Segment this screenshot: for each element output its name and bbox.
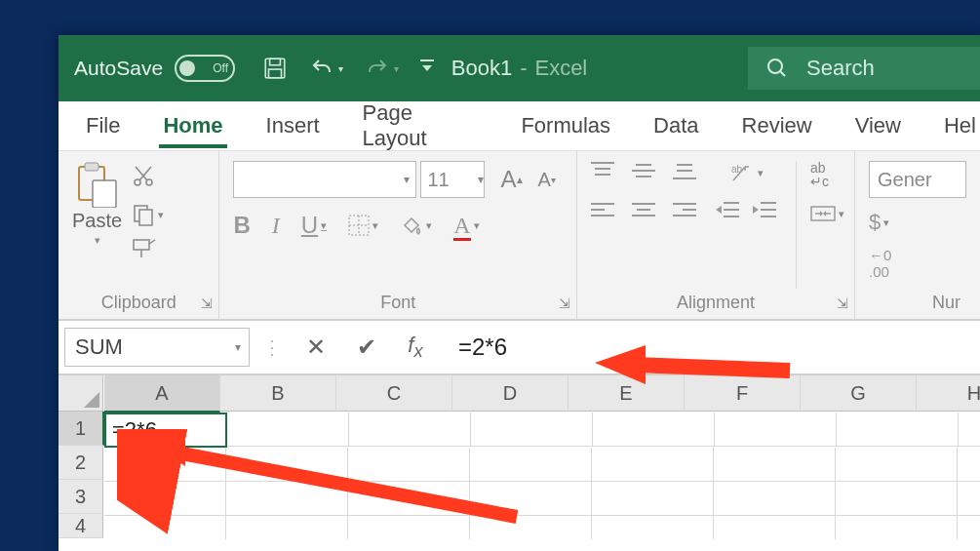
tab-formulas[interactable]: Formulas — [517, 105, 614, 146]
svg-marker-4 — [422, 65, 432, 71]
svg-marker-43 — [716, 206, 722, 214]
cell[interactable] — [714, 482, 836, 516]
ribbon: Paste ▾ ▾ Clipboard ⇲ ▾ 11▾ A▴ A▾ — [59, 151, 980, 321]
cell[interactable] — [714, 516, 836, 539]
row-header[interactable]: 1 — [59, 412, 104, 446]
border-icon[interactable]: ▾ — [348, 215, 378, 236]
fill-color-icon[interactable]: ▾ — [400, 214, 432, 237]
cut-icon[interactable] — [132, 165, 164, 193]
cancel-formula-button[interactable]: ✕ — [294, 334, 337, 361]
svg-marker-57 — [595, 345, 646, 384]
column-header[interactable]: A — [104, 375, 220, 413]
font-launcher-icon[interactable]: ⇲ — [559, 295, 570, 311]
svg-rect-3 — [420, 59, 434, 61]
clipboard-launcher-icon[interactable]: ⇲ — [201, 295, 213, 311]
column-header[interactable]: H — [917, 375, 980, 412]
align-right-icon[interactable] — [673, 201, 696, 225]
search-icon — [765, 57, 789, 80]
select-all-corner[interactable] — [59, 375, 103, 412]
cell[interactable] — [958, 516, 980, 539]
toggle-switch[interactable]: Off — [175, 55, 235, 82]
name-box[interactable]: SUM ▾ — [64, 328, 250, 367]
column-header[interactable]: C — [336, 375, 452, 412]
redo-icon[interactable]: ▾ — [365, 57, 399, 80]
merge-center-icon[interactable]: ▾ — [810, 204, 844, 223]
quick-access-toolbar: ▾ ▾ — [262, 56, 434, 81]
bold-button[interactable]: B — [233, 212, 250, 239]
svg-marker-52 — [823, 211, 826, 216]
column-header[interactable]: B — [220, 375, 336, 412]
row-header[interactable]: 2 — [59, 446, 103, 480]
formula-bar-separator: ⋮ — [257, 335, 287, 359]
search-box[interactable]: Search — [748, 47, 980, 90]
underline-button[interactable]: U▾ — [301, 212, 327, 239]
align-middle-icon[interactable] — [632, 161, 655, 185]
enter-formula-button[interactable]: ✔ — [345, 334, 388, 361]
tab-help[interactable]: Hel — [940, 105, 980, 146]
number-format-select[interactable]: Gener — [869, 161, 966, 198]
tab-page-layout[interactable]: Page Layout — [359, 93, 483, 159]
cell[interactable] — [836, 516, 958, 539]
cell[interactable] — [592, 516, 714, 539]
font-color-icon[interactable]: A▾ — [453, 212, 479, 239]
svg-rect-8 — [85, 163, 98, 171]
tab-file[interactable]: File — [82, 105, 124, 146]
row-header[interactable]: 3 — [59, 480, 103, 514]
paste-button[interactable]: Paste ▾ — [72, 161, 122, 247]
font-name-select[interactable]: ▾ — [233, 161, 416, 198]
group-alignment: ab▾ ab↵c ▾ Alignment ⇲ — [577, 151, 855, 319]
svg-marker-55 — [135, 433, 185, 466]
svg-point-5 — [768, 59, 782, 73]
increase-indent-icon[interactable] — [753, 200, 776, 224]
cell[interactable] — [958, 482, 980, 516]
save-icon[interactable] — [262, 56, 288, 81]
svg-line-54 — [156, 449, 517, 517]
cell[interactable] — [592, 482, 714, 516]
tab-data[interactable]: Data — [649, 105, 702, 146]
autosave-toggle[interactable]: AutoSave Off — [74, 55, 235, 82]
svg-rect-1 — [270, 59, 281, 65]
format-painter-icon[interactable] — [132, 236, 164, 264]
cell[interactable] — [593, 413, 715, 447]
column-header[interactable]: D — [452, 375, 568, 412]
tab-home[interactable]: Home — [159, 105, 226, 146]
font-size-select[interactable]: 11▾ — [420, 161, 485, 198]
cell[interactable] — [836, 448, 958, 482]
qat-customize-icon[interactable] — [420, 59, 434, 77]
align-left-icon[interactable] — [591, 201, 614, 225]
tab-insert[interactable]: Insert — [262, 105, 324, 146]
increase-font-icon[interactable]: A▴ — [500, 166, 522, 193]
currency-button[interactable]: $▾ — [869, 210, 889, 235]
annotation-arrow — [117, 429, 527, 536]
align-top-icon[interactable] — [591, 161, 614, 185]
align-bottom-icon[interactable] — [673, 161, 696, 185]
orientation-icon[interactable]: ab▾ — [729, 161, 764, 184]
cell[interactable] — [715, 413, 837, 447]
column-header[interactable]: G — [801, 375, 917, 412]
decrease-indent-icon[interactable] — [716, 200, 739, 224]
cell[interactable] — [592, 448, 714, 482]
copy-icon[interactable]: ▾ — [132, 203, 164, 226]
cell[interactable] — [959, 413, 980, 447]
increase-decimal-icon[interactable]: ←0.00 — [869, 247, 891, 280]
row-header[interactable]: 4 — [59, 514, 103, 538]
wrap-text-icon[interactable]: ab↵c — [810, 161, 844, 188]
svg-line-56 — [634, 365, 790, 371]
cell[interactable] — [836, 482, 958, 516]
annotation-arrow — [585, 341, 800, 400]
cell[interactable] — [714, 448, 836, 482]
alignment-launcher-icon[interactable]: ⇲ — [837, 295, 848, 311]
cell[interactable] — [837, 413, 959, 447]
cell[interactable] — [958, 448, 980, 482]
group-font: ▾ 11▾ A▴ A▾ B I U▾ ▾ ▾ A▾ Font ⇲ — [219, 151, 577, 319]
insert-function-button[interactable]: fx — [396, 333, 435, 362]
tab-view[interactable]: View — [851, 105, 905, 146]
svg-rect-16 — [134, 240, 149, 250]
decrease-font-icon[interactable]: A▾ — [538, 169, 556, 191]
ribbon-tabs: File Home Insert Page Layout Formulas Da… — [59, 101, 980, 151]
tab-review[interactable]: Review — [738, 105, 816, 146]
italic-button[interactable]: I — [272, 213, 280, 239]
svg-rect-15 — [139, 210, 152, 225]
align-center-icon[interactable] — [632, 201, 655, 225]
undo-icon[interactable]: ▾ — [309, 57, 343, 80]
